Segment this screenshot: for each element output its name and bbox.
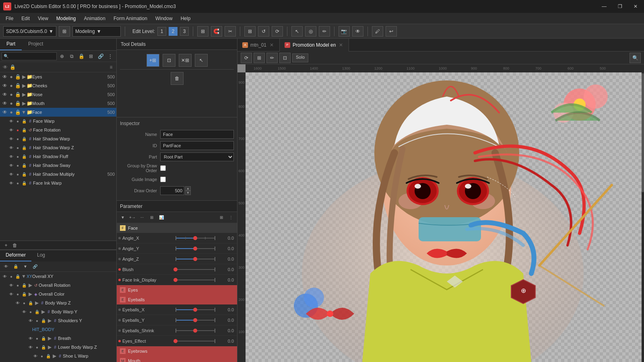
menu-form-animation[interactable]: Form Animation — [109, 14, 151, 23]
menu-dots-icon[interactable]: ⋮ — [106, 52, 115, 61]
deformer-body-warp-z[interactable]: 👁 ● 🔒 ▶ # Body Warp Z — [0, 298, 116, 307]
face-rot-vis[interactable]: 👁 — [8, 127, 14, 133]
pen-icon[interactable]: 🖊 — [372, 26, 383, 37]
hsw-vis[interactable]: 👁 — [8, 136, 14, 142]
eyeballs-y-thumb[interactable] — [193, 318, 197, 322]
delete-part-icon[interactable]: 🗑 — [10, 241, 19, 250]
deformer-overall-color[interactable]: 👁 ● 🔒 ▶ ◈ Overall Color — [0, 290, 116, 298]
tool-arrow[interactable]: ↖ — [195, 54, 208, 67]
part-search[interactable]: 🔍 — [2, 52, 57, 60]
part-item-hair-shadow-warp-z[interactable]: 👁 ● 🔒 # Hair Shadow Warp Z — [0, 143, 116, 152]
visibility-header-icon[interactable]: 👁 — [2, 64, 9, 71]
eyeballs-x-slider[interactable] — [172, 309, 218, 310]
eyeballs-y-slider[interactable] — [172, 320, 218, 321]
link-icon[interactable]: 🔗 — [96, 52, 105, 61]
part-item-hair-shadow-fluff[interactable]: 👁 ● 🔒 # Hair Shadow Fluff — [0, 152, 116, 161]
draw-order-down[interactable]: ▼ — [185, 191, 191, 195]
expand-def-icon[interactable]: ▼ — [21, 262, 30, 271]
face-lock[interactable]: 🔒 — [14, 109, 21, 115]
solo-button[interactable]: Solo — [292, 53, 308, 62]
part-item-hair-shadow-sway[interactable]: 👁 ● 🔒 # Hair Shadow Sway — [0, 161, 116, 170]
vis-all-icon[interactable]: 👁 — [2, 262, 10, 271]
part-item-face-ink-warp[interactable]: 👁 ● 🔒 # Face Ink Warp — [0, 179, 116, 187]
deformer-breath[interactable]: 👁 ● 🔒 ▶ # Breath — [0, 334, 116, 343]
hss-vis[interactable]: 👁 — [8, 162, 14, 169]
tool-delete-vertex[interactable]: ✕⊞ — [179, 54, 192, 67]
snap-icon[interactable]: ⊞ — [197, 26, 208, 37]
param-add-icon[interactable]: +→ — [128, 213, 137, 222]
param-group-mouth-param[interactable]: M Mouth — [117, 356, 237, 362]
eyeballs-shrink-slider[interactable] — [172, 330, 218, 331]
eyes-effect-thumb[interactable] — [173, 339, 178, 343]
magnet-icon[interactable]: 🧲 — [211, 26, 222, 37]
angle-z-slider[interactable] — [172, 259, 218, 259]
edit-level-2[interactable]: 2 — [169, 27, 178, 36]
edit-level-1[interactable]: 1 — [157, 27, 166, 36]
angle-x-thumb[interactable] — [193, 236, 197, 240]
param-group-eyes[interactable]: E Eyes — [117, 285, 237, 295]
part-item-face[interactable]: 👁 ● 🔒 ▼ 📁 Face 500 — [0, 108, 116, 117]
grid-icon[interactable]: ⊞ — [244, 26, 256, 37]
face-expand[interactable]: ▼ — [21, 109, 27, 115]
eyes-visibility[interactable]: 👁 — [2, 74, 8, 80]
fiw-vis[interactable]: 👁 — [8, 180, 14, 186]
inspector-group-checkbox[interactable] — [160, 165, 166, 171]
expand-all-icon[interactable]: ⊞ — [87, 52, 95, 61]
face-visibility[interactable]: 👁 — [2, 109, 8, 115]
canvas-content[interactable]: ⊕ — [246, 72, 644, 362]
inspector-guide-checkbox[interactable] — [160, 177, 166, 182]
face-ink-thumb[interactable] — [173, 278, 178, 282]
param-chart-icon[interactable]: 📊 — [157, 213, 166, 222]
tool-trash[interactable]: 🗑 — [171, 72, 184, 85]
deformer-overall-xy[interactable]: 👁 ● 🔒 ▼ XY Overall XY — [0, 272, 116, 281]
eyes-effect-slider[interactable] — [172, 341, 218, 341]
part-item-eyes[interactable]: 👁 ● 🔒 ▶ 📁 Eyes 500 — [0, 72, 116, 81]
param-expand-icon[interactable]: ▼ — [118, 213, 127, 222]
canvas-zoom-icon[interactable]: 🔍 — [630, 53, 641, 63]
canvas-scroll-thumb[interactable] — [642, 73, 644, 192]
cheeks-lock[interactable]: 🔒 — [14, 82, 21, 89]
eyes-lock[interactable]: 🔒 — [14, 74, 21, 80]
face-warp-vis[interactable]: 👁 — [8, 118, 14, 124]
close-button[interactable]: ✕ — [630, 3, 641, 10]
angle-y-thumb[interactable] — [193, 247, 197, 251]
param-group-eyeballs[interactable]: E Eyeballs — [117, 295, 237, 304]
tab-deformer[interactable]: Deformer — [0, 250, 31, 261]
param-table-icon[interactable]: ⊞ — [147, 213, 156, 222]
workspace-dropdown[interactable]: SDK5.0/Cubism5.0 ▼ — [3, 26, 56, 37]
copy-part-icon[interactable]: ⧉ — [67, 52, 76, 61]
canvas-viewport[interactable]: 1600 1500 1400 1300 1200 1100 1000 900 8… — [237, 64, 644, 362]
cut-icon[interactable]: ✂ — [225, 26, 236, 37]
part-item-mouth[interactable]: 👁 ● 🔒 ▶ 📁 Mouth 500 — [0, 99, 116, 108]
param-dots-icon[interactable]: ··· — [138, 213, 147, 222]
angle-z-thumb[interactable] — [193, 257, 197, 261]
cheeks-expand[interactable]: ▶ — [21, 83, 27, 88]
angle-x-slider[interactable] — [172, 238, 218, 239]
lock-all-def-icon[interactable]: 🔒 — [11, 262, 20, 271]
link-def-icon[interactable]: 🔗 — [31, 262, 39, 271]
menu-help[interactable]: Help — [177, 14, 195, 23]
param-menu-icon[interactable]: ⋮ — [227, 213, 235, 222]
menu-window[interactable]: Window — [151, 14, 177, 23]
refresh-icon[interactable]: ↺ — [258, 26, 269, 37]
eyeballs-x-thumb[interactable] — [193, 308, 197, 312]
hsf-vis[interactable]: 👁 — [8, 153, 14, 160]
param-group-eyebrows[interactable]: E Eyebrows — [117, 346, 237, 356]
mouth-expand[interactable]: ▶ — [21, 101, 27, 106]
param-grid-icon[interactable]: ⊞ — [217, 213, 226, 222]
mode-dropdown[interactable]: Modeling ▼ — [72, 26, 121, 37]
part-item-cheeks[interactable]: 👁 ● 🔒 ▶ 📁 Cheeks 500 — [0, 81, 116, 90]
nose-expand[interactable]: ▶ — [21, 92, 27, 97]
menu-edit[interactable]: Edit — [17, 14, 34, 23]
hswz-vis[interactable]: 👁 — [8, 144, 14, 151]
maximize-button[interactable]: ❐ — [615, 3, 625, 10]
deformer-body-warp-y[interactable]: 👁 ● 🔒 ▶ # Body Warp Y — [0, 307, 116, 316]
menu-modeling[interactable]: Modeling — [52, 14, 80, 23]
canvas-tool-1[interactable]: ⟳ — [241, 53, 252, 63]
blush-slider[interactable] — [172, 269, 218, 270]
minimize-button[interactable]: — — [599, 3, 610, 10]
nose-visibility[interactable]: 👁 — [2, 91, 8, 98]
select-icon[interactable]: ↖ — [291, 26, 303, 37]
cheeks-visibility[interactable]: 👁 — [2, 82, 8, 89]
deformer-overall-rotation[interactable]: 👁 ● 🔒 ▶ ↺ Overall Rotation — [0, 281, 116, 290]
